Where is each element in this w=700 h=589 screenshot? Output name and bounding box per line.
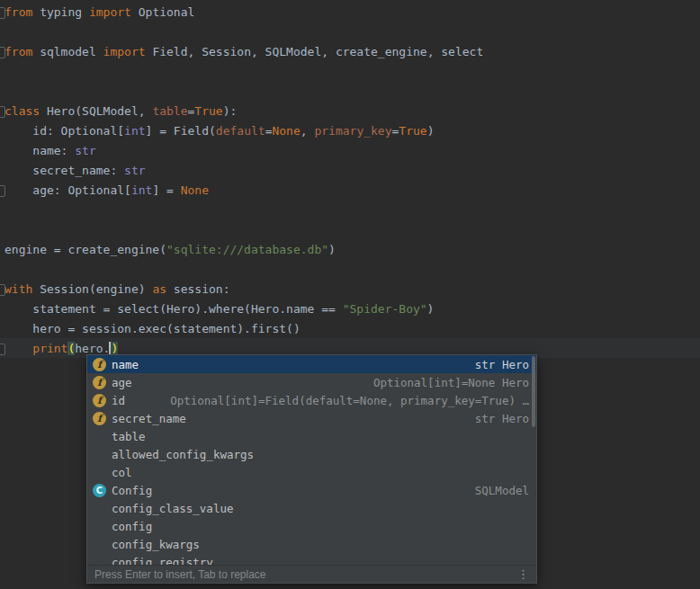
code-token: from — [4, 5, 32, 19]
class-icon: C — [93, 484, 106, 497]
completion-item[interactable]: table — [87, 427, 536, 445]
completion-item[interactable]: config_kwargs — [87, 535, 536, 553]
code-token: int — [131, 183, 152, 197]
code-token: ) — [111, 342, 118, 355]
code-line[interactable]: with Session(engine) as session: — [4, 280, 483, 299]
code-line[interactable]: engine = create_engine("sqlite:///databa… — [4, 240, 483, 260]
code-token: age: Optional[ — [4, 183, 131, 197]
completion-item[interactable]: fsecret_namestr Hero — [87, 409, 536, 427]
more-options-icon[interactable]: ⋮ — [517, 567, 529, 581]
code-token: Session(engine) — [32, 282, 152, 296]
code-token: ): — [223, 104, 238, 118]
code-editor[interactable]: from typing import Optionalfrom sqlmodel… — [0, 0, 700, 589]
code-token: True — [399, 124, 426, 138]
code-token: session: — [166, 282, 229, 296]
code-token: hero. — [75, 342, 110, 355]
code-token: Hero(SQLModel, — [40, 104, 152, 118]
code-token: None — [272, 124, 300, 138]
completion-label: secret_name — [112, 412, 186, 425]
code-line[interactable] — [4, 220, 483, 240]
gutter-icon[interactable] — [0, 185, 5, 197]
completion-label: config_kwargs — [112, 538, 200, 551]
completion-type-hint: Optional[int]=None Hero — [364, 376, 529, 389]
code-line[interactable]: hero = session.exec(statement).first() — [4, 319, 483, 339]
code-token: ] = — [152, 183, 180, 197]
completion-item[interactable]: allowed_config_kwargs — [87, 445, 536, 463]
gutter-icon[interactable] — [0, 7, 5, 19]
code-token: int — [124, 124, 145, 138]
code-token: statement = select(Hero).where(Hero.name… — [4, 302, 343, 316]
code-token: class — [4, 104, 40, 118]
completion-label: config_class_value — [112, 502, 233, 515]
code-line[interactable]: id: Optional[int] = Field(default=None, … — [4, 121, 483, 141]
code-token: Field, Session, SQLModel, create_engine,… — [146, 45, 484, 58]
code-token: None — [181, 183, 209, 197]
completion-type-hint: Optional[int]=Field(default=None, primar… — [161, 394, 529, 407]
gutter-icon[interactable] — [0, 106, 5, 118]
completion-item[interactable]: col — [87, 463, 536, 481]
code-token: name: — [4, 144, 75, 157]
code-token: ] = Field( — [146, 124, 216, 138]
code-token: , — [301, 124, 315, 138]
completion-popup: fnamestr HerofageOptional[int]=None Hero… — [86, 354, 537, 584]
completion-item[interactable]: config — [87, 517, 536, 535]
code-token: True — [194, 104, 222, 118]
scrollbar-thumb[interactable] — [532, 356, 535, 427]
completion-label: allowed_config_kwargs — [112, 448, 254, 461]
code-line[interactable] — [4, 260, 483, 280]
code-token: id: Optional[ — [4, 124, 124, 138]
code-line[interactable]: class Hero(SQLModel, table=True): — [4, 102, 483, 121]
code-token: str — [124, 164, 145, 177]
completion-item[interactable]: fidOptional[int]=Field(default=None, pri… — [87, 391, 536, 409]
completion-item[interactable]: CConfigSQLModel — [87, 481, 536, 499]
completion-label: Config — [112, 484, 152, 497]
field-icon: f — [93, 358, 106, 371]
gutter-icon[interactable] — [0, 344, 5, 355]
completion-type-hint: str Hero — [466, 412, 529, 425]
field-icon: f — [93, 412, 106, 425]
completion-label: config_registry — [112, 556, 213, 566]
code-token: ) — [427, 302, 435, 316]
code-token: str — [75, 144, 95, 157]
code-token: primary_key — [314, 124, 391, 138]
completion-type-hint: str Hero — [466, 358, 529, 371]
completion-footer: Press Enter to insert, Tab to replace ⋮ — [87, 565, 536, 583]
code-token: "Spider-Boy" — [343, 302, 427, 316]
code-token: ) — [328, 243, 336, 256]
gutter-icon[interactable] — [0, 284, 5, 296]
field-icon: f — [93, 394, 106, 407]
completion-label: config — [112, 520, 152, 533]
completion-label: id — [112, 394, 125, 407]
completion-item[interactable]: config_registry — [87, 553, 536, 565]
code-token: hero = session.exec(statement).first() — [4, 322, 301, 335]
completion-item[interactable]: fageOptional[int]=None Hero — [87, 373, 536, 391]
completion-label: table — [112, 430, 146, 443]
code-line[interactable] — [4, 62, 483, 82]
gutter-icon[interactable] — [0, 47, 5, 58]
code-token — [4, 342, 32, 355]
code-line[interactable]: from typing import Optional — [4, 3, 483, 22]
code-token: "sqlite:///database.db" — [166, 243, 328, 256]
code-line[interactable]: from sqlmodel import Field, Session, SQL… — [4, 42, 483, 62]
completion-label: name — [112, 358, 139, 371]
completion-label: col — [112, 466, 132, 479]
code-line[interactable]: age: Optional[int] = None — [4, 181, 483, 201]
code-line[interactable]: secret_name: str — [4, 161, 483, 181]
code-token: sqlmodel — [32, 45, 103, 58]
code-token: typing — [32, 5, 89, 19]
code-line[interactable]: statement = select(Hero).where(Hero.name… — [4, 299, 483, 319]
completion-type-hint: SQLModel — [466, 484, 529, 497]
completion-label: age — [112, 376, 132, 389]
code-line[interactable]: name: str — [4, 141, 483, 161]
code-token: table — [152, 104, 187, 118]
code-line[interactable] — [4, 201, 483, 220]
code-token: as — [152, 282, 166, 296]
code-line[interactable] — [4, 82, 483, 102]
completion-item[interactable]: fnamestr Hero — [87, 355, 536, 373]
code-token: default — [216, 124, 265, 138]
code-line[interactable] — [4, 22, 483, 42]
code-token: Optional — [131, 5, 194, 19]
completion-item[interactable]: config_class_value — [87, 499, 536, 517]
code-token: import — [103, 45, 146, 58]
code-token: engine = create_engine( — [4, 243, 166, 256]
